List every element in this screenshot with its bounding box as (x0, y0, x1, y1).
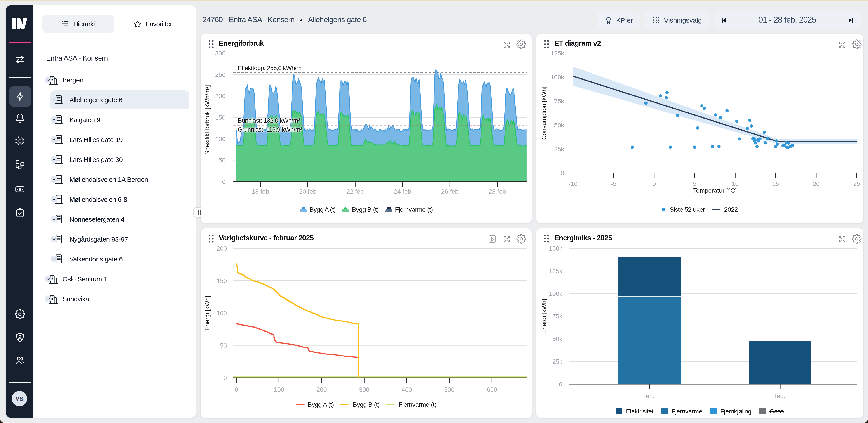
svg-text:50k: 50k (554, 121, 564, 129)
svg-text:0: 0 (222, 178, 225, 185)
svg-text:25: 25 (853, 180, 860, 187)
svg-text:400: 400 (402, 386, 412, 393)
svg-text:200: 200 (316, 386, 327, 393)
svg-text:0: 0 (235, 386, 238, 393)
svg-text:75k: 75k (554, 97, 564, 105)
svg-text:Energi [kWh]: Energi [kWh] (541, 299, 548, 334)
svg-text:Temperatur [°C]: Temperatur [°C] (693, 187, 737, 194)
svg-text:10: 10 (732, 180, 739, 187)
svg-text:0: 0 (223, 374, 227, 381)
svg-text:25k: 25k (553, 358, 563, 365)
svg-text:200: 200 (217, 245, 227, 252)
svg-text:feb.: feb. (775, 392, 785, 399)
svg-text:0: 0 (561, 169, 564, 176)
svg-text:20: 20 (813, 180, 819, 187)
svg-text:150: 150 (215, 114, 225, 121)
svg-text:150: 150 (217, 277, 227, 284)
svg-text:15: 15 (772, 180, 779, 187)
svg-text:0: 0 (559, 380, 562, 388)
svg-text:24 feb: 24 feb (394, 188, 411, 195)
svg-text:100k: 100k (551, 74, 564, 81)
svg-text:18 feb: 18 feb (252, 188, 269, 195)
svg-text:50k: 50k (553, 335, 563, 342)
svg-text:Energi [kWh]: Energi [kWh] (204, 295, 211, 331)
svg-text:20 feb: 20 feb (299, 188, 316, 195)
svg-text:5: 5 (693, 180, 696, 187)
svg-text:200: 200 (215, 92, 225, 99)
svg-text:28 feb: 28 feb (489, 188, 506, 195)
svg-text:250: 250 (215, 71, 225, 78)
svg-text:jan.: jan. (644, 392, 655, 399)
svg-text:-10: -10 (568, 180, 578, 187)
svg-text:600: 600 (487, 386, 497, 393)
svg-text:100: 100 (217, 309, 227, 316)
svg-text:100k: 100k (549, 290, 562, 297)
svg-text:100: 100 (274, 386, 284, 393)
svg-text:22 feb: 22 feb (346, 188, 364, 195)
svg-text:125k: 125k (551, 50, 564, 57)
svg-text:300: 300 (359, 386, 369, 393)
svg-text:Consumption [kWh]: Consumption [kWh] (541, 86, 548, 140)
svg-text:-5: -5 (611, 180, 616, 187)
svg-text:Spesifikt forbruk [kWh/m²]: Spesifikt forbruk [kWh/m²] (204, 85, 211, 154)
svg-text:25k: 25k (554, 145, 564, 152)
svg-text:75k: 75k (553, 313, 563, 320)
svg-text:500: 500 (444, 386, 455, 393)
svg-text:0: 0 (652, 180, 656, 187)
svg-text:125k: 125k (549, 267, 562, 274)
svg-text:150k: 150k (549, 245, 562, 252)
svg-text:50: 50 (220, 342, 227, 349)
svg-text:100: 100 (215, 135, 225, 142)
svg-text:300: 300 (215, 50, 225, 57)
svg-text:50: 50 (219, 157, 225, 164)
svg-text:26 feb: 26 feb (441, 188, 459, 195)
